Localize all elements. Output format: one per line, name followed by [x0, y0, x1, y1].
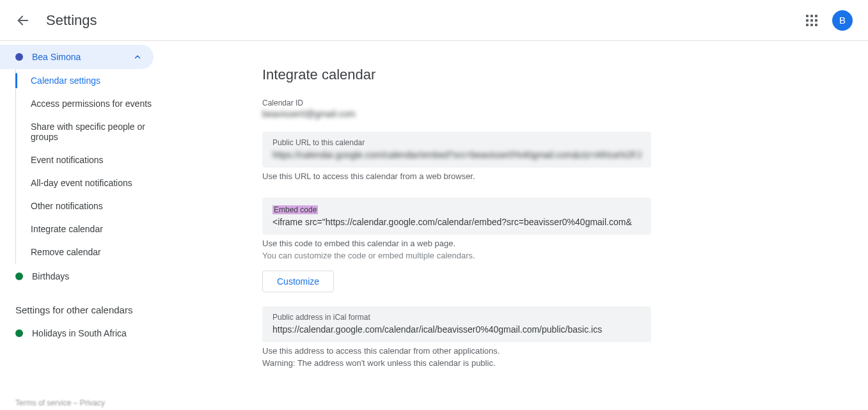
sidebar-item-share[interactable]: Share with specific people or groups	[15, 115, 166, 148]
embed-code-label: Embed code	[272, 205, 318, 214]
sidebar-calendar-primary[interactable]: Bea Simona	[0, 45, 154, 69]
sidebar-item-label: Share with specific people or groups	[31, 122, 145, 142]
sidebar-item-label: Event notifications	[31, 155, 104, 165]
ical-value: https://calendar.google.com/calendar/ica…	[272, 324, 641, 335]
sidebar-item-label: Other notifications	[31, 201, 103, 211]
section-title: Integrate calendar	[262, 67, 868, 83]
ical-label: Public address in iCal format	[272, 313, 641, 322]
terms-link[interactable]: Terms of service	[15, 398, 71, 407]
header-left: Settings	[10, 8, 97, 33]
ical-help-2: Warning: The address won't work unless t…	[262, 358, 868, 368]
page-title: Settings	[46, 12, 97, 29]
embed-code-value: <iframe src="https://calendar.google.com…	[272, 217, 641, 227]
sidebar-item-event-notifications[interactable]: Event notifications	[15, 148, 166, 171]
apps-grid-icon	[806, 15, 817, 26]
sidebar-item-label: Birthdays	[32, 271, 69, 281]
embed-help-1: Use this code to embed this calendar in …	[262, 239, 868, 248]
content-area: Bea Simona Calendar settings Access perm…	[0, 41, 868, 410]
sidebar-item-label: Holidays in South Africa	[32, 328, 127, 338]
ical-help-1: Use this address to access this calendar…	[262, 346, 868, 356]
public-url-box[interactable]: Public URL to this calendar https://cale…	[262, 132, 651, 168]
calendar-color-dot	[15, 272, 23, 280]
public-url-help: Use this URL to access this calendar fro…	[262, 171, 868, 181]
account-avatar[interactable]: B	[832, 10, 853, 31]
sidebar-item-label: Integrate calendar	[31, 224, 103, 234]
sidebar-subnav: Calendar settings Access permissions for…	[0, 69, 166, 264]
sidebar-footer: Terms of service – Privacy	[15, 398, 105, 407]
sidebar-item-allday-notifications[interactable]: All-day event notifications	[15, 171, 166, 194]
sidebar-calendar-birthdays[interactable]: Birthdays	[0, 264, 166, 289]
sidebar-item-other-notifications[interactable]: Other notifications	[15, 194, 166, 217]
sidebar-item-integrate-calendar[interactable]: Integrate calendar	[15, 217, 166, 240]
sidebar-item-label: Access permissions for events	[31, 99, 152, 109]
privacy-link[interactable]: Privacy	[80, 398, 105, 407]
calendar-id-label: Calendar ID	[262, 99, 868, 107]
sidebar-calendar-primary-label: Bea Simona	[32, 52, 81, 62]
settings-sidebar: Bea Simona Calendar settings Access perm…	[0, 41, 166, 410]
sidebar-item-label: Remove calendar	[31, 247, 101, 257]
arrow-left-icon	[16, 13, 30, 28]
embed-code-box[interactable]: Embed code <iframe src="https://calendar…	[262, 198, 651, 235]
sidebar-item-access-permissions[interactable]: Access permissions for events	[15, 92, 166, 115]
embed-help-2: You can customize the code or embed mult…	[262, 251, 868, 260]
calendar-color-dot	[15, 329, 23, 337]
public-url-label: Public URL to this calendar	[272, 138, 641, 147]
calendar-color-dot	[15, 53, 23, 61]
sidebar-item-label: Calendar settings	[31, 75, 100, 86]
ical-box[interactable]: Public address in iCal format https://ca…	[262, 306, 651, 342]
sidebar-item-label: All-day event notifications	[31, 178, 132, 188]
calendar-id-value: beavisser0@gmail.com	[262, 109, 868, 119]
sidebar-calendar-holidays[interactable]: Holidays in South Africa	[0, 320, 166, 346]
public-url-value: https://calendar.google.com/calendar/emb…	[272, 150, 641, 160]
sidebar-item-remove-calendar[interactable]: Remove calendar	[15, 240, 166, 264]
chevron-up-icon	[132, 51, 143, 63]
sidebar-section-other-calendars: Settings for other calendars	[0, 289, 166, 320]
header-bar: Settings B	[0, 0, 868, 41]
back-button[interactable]	[10, 8, 36, 33]
google-apps-button[interactable]	[799, 8, 825, 33]
sidebar-item-calendar-settings[interactable]: Calendar settings	[15, 69, 166, 92]
header-right: B	[799, 8, 858, 33]
customize-button[interactable]: Customize	[262, 271, 334, 292]
main-panel: Integrate calendar Calendar ID beavisser…	[166, 41, 868, 410]
